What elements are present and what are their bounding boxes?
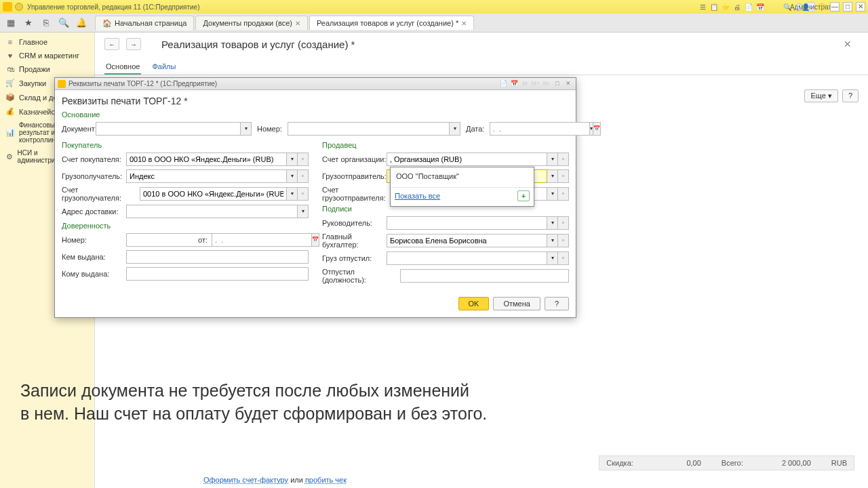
help-button[interactable]: ? bbox=[842, 89, 859, 102]
back-button[interactable]: ← bbox=[104, 38, 119, 50]
subtab-main[interactable]: Основное bbox=[104, 60, 141, 75]
issued-to-input[interactable] bbox=[126, 267, 309, 281]
dlg-icon[interactable]: 📅 bbox=[509, 80, 519, 88]
close-icon[interactable]: ✕ bbox=[295, 20, 300, 27]
dialog-help-button[interactable]: ? bbox=[545, 297, 569, 310]
tab-realization[interactable]: Реализация товаров и услуг (создание) *✕ bbox=[309, 16, 474, 30]
released-input[interactable] bbox=[387, 251, 547, 265]
number-input[interactable] bbox=[288, 122, 450, 136]
user-button[interactable]: 👤 Администратор bbox=[806, 2, 815, 12]
dlg-icon[interactable]: M+ bbox=[531, 80, 540, 88]
dropdown-icon[interactable]: ▾ bbox=[547, 251, 558, 265]
lbl-issued-by: Кем выдана: bbox=[62, 253, 126, 261]
open-icon[interactable]: ▫ bbox=[558, 234, 569, 247]
dlg-icon[interactable]: 📄 bbox=[498, 80, 508, 88]
tab-home[interactable]: 🏠Начальная страница bbox=[95, 16, 194, 30]
tab-documents[interactable]: Документы продажи (все)✕ bbox=[195, 16, 307, 30]
accountant-input[interactable] bbox=[387, 234, 547, 247]
dlg-close-icon[interactable]: ✕ bbox=[564, 80, 573, 88]
sidebar-item-main[interactable]: ≡Главное bbox=[0, 35, 94, 49]
section-base: Основание bbox=[62, 110, 569, 119]
dlg-icon[interactable]: M bbox=[520, 80, 530, 88]
pin-icon[interactable]: ⎘ bbox=[39, 16, 53, 30]
lbl-delivery: Адрес доставки: bbox=[62, 207, 126, 216]
date-input[interactable] bbox=[490, 122, 590, 136]
show-all-link[interactable]: Показать все bbox=[395, 192, 440, 200]
dropdown-icon[interactable]: ▾ bbox=[287, 152, 298, 166]
info-icon[interactable]: ⓘ bbox=[817, 2, 827, 12]
torg12-dialog: Реквизиты печати ТОРГ-12 * (1С:Предприят… bbox=[54, 77, 576, 318]
calendar-icon[interactable]: 📅 bbox=[312, 233, 319, 247]
tb-icon[interactable]: 🖨 bbox=[732, 2, 742, 12]
dropdown-icon[interactable]: ▾ bbox=[547, 216, 558, 230]
shipper-dropdown: ООО "Поставщик" Показать все + bbox=[390, 167, 534, 207]
dialog-body: Реквизиты печати ТОРГ-12 * Основание Док… bbox=[55, 90, 576, 293]
invoice-link[interactable]: Оформить счет-фактуру bbox=[203, 476, 288, 484]
star-icon[interactable]: ★ bbox=[22, 16, 35, 30]
sidebar-label: CRM и маркетинг bbox=[19, 52, 79, 60]
dropdown-icon[interactable]: ▾ bbox=[298, 205, 309, 218]
cart-icon: 🛒 bbox=[5, 79, 15, 87]
apps-icon[interactable]: ▦ bbox=[4, 16, 18, 30]
open-icon[interactable]: ▫ bbox=[558, 216, 569, 230]
org-account-input[interactable] bbox=[387, 152, 547, 166]
director-input[interactable] bbox=[387, 216, 547, 230]
add-button[interactable]: + bbox=[517, 190, 530, 201]
bell-icon[interactable]: 🔔 bbox=[75, 16, 88, 30]
ok-button[interactable]: OK bbox=[458, 297, 490, 310]
cheque-link[interactable]: пробить чек bbox=[305, 476, 347, 484]
more-button[interactable]: Еще ▾ bbox=[804, 89, 837, 102]
maximize-button[interactable]: □ bbox=[843, 2, 852, 12]
tb-icon[interactable]: 📅 bbox=[755, 2, 765, 12]
dlg-icon[interactable]: M- bbox=[542, 80, 551, 88]
delivery-input[interactable] bbox=[126, 205, 298, 218]
dropdown-icon[interactable]: ▾ bbox=[547, 234, 558, 247]
open-icon[interactable]: ▫ bbox=[558, 251, 569, 265]
search-icon[interactable]: 🔍 bbox=[57, 16, 71, 30]
open-icon[interactable]: ▫ bbox=[558, 152, 569, 166]
calendar-icon[interactable]: 📅 bbox=[593, 122, 601, 136]
lbl-org-account: Счет организации: bbox=[322, 155, 387, 163]
dropdown-icon[interactable]: ▾ bbox=[547, 152, 558, 166]
dropdown-icon[interactable]: ▾ bbox=[547, 169, 558, 183]
consignee-account-input[interactable] bbox=[140, 187, 287, 201]
issued-by-input[interactable] bbox=[126, 250, 309, 264]
consignee-input[interactable] bbox=[126, 169, 287, 183]
sidebar-item-crm[interactable]: ♥CRM и маркетинг bbox=[0, 49, 94, 62]
tb-icon[interactable]: 📋 bbox=[709, 2, 719, 12]
sidebar-item-sales[interactable]: 🛍Продажи bbox=[0, 62, 94, 76]
open-icon[interactable]: ▫ bbox=[298, 169, 309, 183]
dropdown-icon[interactable]: ▾ bbox=[450, 122, 460, 136]
open-icon[interactable]: ▫ bbox=[298, 187, 309, 201]
dropdown-icon[interactable]: ▾ bbox=[287, 187, 298, 201]
open-icon[interactable]: ▫ bbox=[558, 187, 569, 201]
tb-icon[interactable]: 📄 bbox=[744, 2, 753, 12]
dropdown-item[interactable]: ООО "Поставщик" bbox=[391, 169, 534, 183]
dropdown-icon[interactable]: ▾ bbox=[287, 169, 298, 183]
dlg-minimize-icon[interactable]: □ bbox=[553, 80, 562, 88]
open-icon[interactable]: ▫ bbox=[298, 152, 309, 166]
statusbar: Скидка: 0,00 Всего: 2 000,00 RUB bbox=[599, 455, 854, 470]
proxy-date-input[interactable] bbox=[212, 233, 312, 247]
forward-button[interactable]: → bbox=[126, 38, 141, 50]
lbl-number: Номер: bbox=[257, 125, 288, 133]
open-icon[interactable]: ▫ bbox=[558, 169, 569, 183]
page-close-icon[interactable]: ✕ bbox=[844, 39, 859, 49]
close-icon[interactable]: ✕ bbox=[461, 20, 467, 27]
total-value: 2 000,00 bbox=[764, 459, 811, 467]
cancel-button[interactable]: Отмена bbox=[493, 297, 540, 310]
close-button[interactable]: ✕ bbox=[856, 2, 865, 12]
lbl-date: Дата: bbox=[466, 125, 490, 133]
lbl-document: Документ: bbox=[62, 125, 96, 133]
minimize-button[interactable]: — bbox=[830, 2, 840, 12]
buyer-account-input[interactable] bbox=[126, 152, 287, 166]
app-title: Управление торговлей, редакция 11 (1С:Пр… bbox=[27, 3, 200, 11]
released-pos-input[interactable] bbox=[400, 269, 569, 283]
tb-icon[interactable]: ⭐ bbox=[721, 2, 730, 12]
subtab-files[interactable]: Файлы bbox=[151, 60, 177, 75]
dropdown-icon[interactable]: ▾ bbox=[241, 122, 252, 136]
document-input[interactable] bbox=[96, 122, 241, 136]
tb-icon[interactable]: ☰ bbox=[698, 2, 707, 12]
dropdown-icon[interactable]: ▾ bbox=[547, 187, 558, 201]
lbl-shipper: Грузоотправитель: bbox=[322, 172, 387, 180]
